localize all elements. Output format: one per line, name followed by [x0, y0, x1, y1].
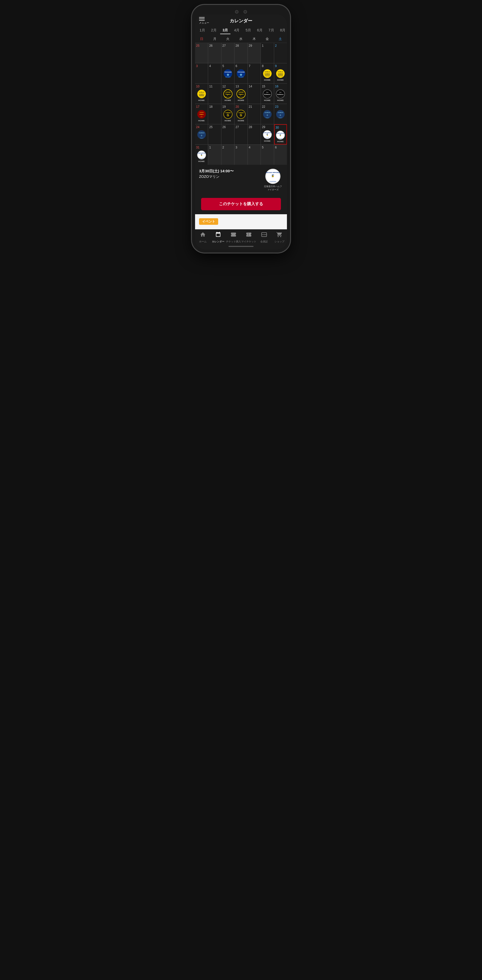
cal-day-9[interactable]: 9 SoftBank HAWKS FUKUOKA HOME — [274, 63, 287, 83]
cal-day-3-next[interactable]: 3 — [235, 145, 247, 165]
svg-text:FIGHTERS: FIGHTERS — [270, 181, 276, 182]
buy-ticket-button[interactable]: このチケットを購入する — [201, 198, 281, 210]
month-tab-apr[interactable]: 4月 — [231, 27, 242, 34]
svg-text:オリックス: オリックス — [265, 96, 270, 97]
cal-day-28-prev[interactable]: 28 — [235, 43, 247, 63]
cal-day-17[interactable]: 17 TOHOKU Eagles 楽天 HOME — [195, 104, 208, 124]
cal-day-18[interactable]: 18 — [208, 104, 221, 124]
cal-day-25-prev[interactable]: 25 — [195, 43, 208, 63]
month-tab-jan[interactable]: 1月 — [197, 27, 208, 34]
nav-calendar[interactable]: カレンダー — [210, 232, 226, 243]
svg-text:BAYSTARS: BAYSTARS — [238, 76, 244, 78]
cal-day-25[interactable]: 25 — [208, 124, 221, 145]
cal-day-2[interactable]: 2 — [274, 43, 287, 63]
opponent-team: HOKKAIDO NIPPONHAM F FIGHTERS 北海道日本ハムファイ… — [263, 169, 283, 191]
cal-day-29-prev[interactable]: 29 — [248, 43, 261, 63]
member-card-icon: TEAM26 — [261, 232, 267, 239]
svg-text:Orix: Orix — [279, 92, 282, 93]
cal-day-20[interactable]: 20 YOMIURI G HOME — [235, 104, 247, 124]
svg-rect-16 — [278, 75, 283, 75]
opponent-name: 北海道日本ハムファイターズ — [263, 185, 283, 191]
logo-fighters-29: HOKKAIDO NIPPONHAM F FIGHTERS — [263, 130, 272, 139]
svg-text:D: D — [280, 114, 281, 116]
month-tab-may[interactable]: 5月 — [243, 27, 254, 34]
cal-day-27-prev[interactable]: 27 — [221, 43, 234, 63]
cal-day-30[interactable]: 30 HOKKAIDO NIPPONHAM F FIGHTERS HOME — [274, 124, 287, 145]
logo-giants-20: YOMIURI G — [236, 110, 246, 119]
svg-text:Buffaloes: Buffaloes — [264, 94, 270, 95]
ticket-icon — [230, 232, 236, 239]
cal-day-14[interactable]: 14 — [248, 84, 261, 104]
cal-day-3[interactable]: 3 — [195, 63, 208, 83]
cal-day-6-next[interactable]: 6 — [274, 145, 287, 165]
dow-sun: 日 — [195, 35, 208, 43]
cal-day-19[interactable]: 19 YOMIURI G HOME — [221, 104, 234, 124]
logo-softbank-8: SoftBank HAWKS FUKUOKA — [263, 69, 272, 78]
cal-day-24[interactable]: 24 CHUNICHI D Dragons — [195, 124, 208, 145]
logo-buffaloes-15: Orix Buffaloes オリックス — [263, 89, 272, 99]
cal-day-1-next[interactable]: 1 — [208, 145, 221, 165]
svg-text:D: D — [266, 114, 268, 116]
cal-day-8[interactable]: 8 SoftBank HAWKS FUKUOKA HOME — [261, 63, 274, 83]
cal-day-11[interactable]: 11 — [208, 84, 221, 104]
svg-text:FUKUOKA: FUKUOKA — [265, 76, 270, 77]
svg-text:FIGHTERS: FIGHTERS — [279, 138, 282, 139]
cal-day-23[interactable]: 23 CHUNICHI D Dragons — [274, 104, 287, 124]
dow-thu: 木 — [247, 35, 261, 43]
cal-day-29[interactable]: 29 HOKKAIDO NIPPONHAM F FIGHTERS HOME — [261, 124, 274, 145]
cal-day-15[interactable]: 15 Orix Buffaloes オリックス HOME — [261, 84, 274, 104]
svg-text:HAWKS: HAWKS — [277, 73, 283, 75]
svg-rect-21 — [199, 95, 204, 96]
cal-day-5-next[interactable]: 5 — [261, 145, 274, 165]
nav-shop[interactable]: ショップ — [272, 232, 287, 243]
month-tab-feb[interactable]: 2月 — [209, 27, 219, 34]
nav-ticket-buy-label: チケット購入 — [226, 240, 241, 243]
nav-my-ticket[interactable]: マイチケット — [241, 232, 256, 243]
cal-day-2-next[interactable]: 2 — [221, 145, 234, 165]
menu-button[interactable]: メニュー — [199, 17, 209, 25]
app-header: メニュー カレンダー — [195, 14, 287, 26]
cal-day-26-prev[interactable]: 26 — [208, 43, 221, 63]
cal-day-10[interactable]: 10 SoftBank HAWKS FUKUOKA HOME — [195, 84, 208, 104]
logo-buffaloes-16: Orix Buffaloes オリックス — [276, 89, 285, 99]
cal-day-28[interactable]: 28 — [248, 124, 261, 145]
cal-day-16[interactable]: 16 Orix Buffaloes オリックス HOME — [274, 84, 287, 104]
cal-day-6[interactable]: 6 YOKOHAMA BAYSTARS — [235, 63, 247, 83]
month-tab-mar[interactable]: 3月 — [220, 27, 231, 34]
cal-day-4[interactable]: 4 — [208, 63, 221, 83]
cal-day-13[interactable]: 13 HANSHIN Tigers 阪神タイガース HOME — [235, 84, 247, 104]
nav-shop-label: ショップ — [274, 240, 284, 243]
notch-dot-right — [244, 10, 247, 14]
svg-text:YOKOHAMA: YOKOHAMA — [224, 71, 232, 73]
svg-text:FIGHTERS: FIGHTERS — [265, 138, 269, 138]
nav-home[interactable]: ホーム — [195, 232, 210, 243]
cal-day-27[interactable]: 27 — [235, 124, 247, 145]
cal-day-7[interactable]: 7 — [248, 63, 261, 83]
cal-day-1[interactable]: 1 — [261, 43, 274, 63]
month-tab-aug[interactable]: 8月 — [277, 27, 287, 34]
svg-text:Tigers: Tigers — [238, 94, 244, 95]
home-indicator-bar — [228, 246, 254, 247]
cal-day-22[interactable]: 22 CHUNICHI D Dragons — [261, 104, 274, 124]
dow-wed: 水 — [235, 35, 247, 43]
cal-day-31[interactable]: 31 HOKKAIDO NIPPONHAM F FIGHTERS HOME — [195, 145, 208, 165]
svg-text:阪神タイガース: 阪神タイガース — [238, 96, 244, 97]
month-tabs: 1月 2月 3月 4月 5月 6月 7月 8月 9月 10月 — [195, 26, 287, 35]
logo-baystars-5: YOKOHAMA BAYSTARS — [223, 69, 233, 78]
month-tab-jul[interactable]: 7月 — [266, 27, 277, 34]
svg-text:SoftBank: SoftBank — [265, 71, 270, 73]
cal-day-5[interactable]: 5 YOKOHAMA BAYSTARS — [221, 63, 234, 83]
nav-member-card[interactable]: TEAM26 会員証 — [256, 232, 272, 243]
svg-text:CHUNICHI: CHUNICHI — [199, 132, 205, 134]
svg-text:Dragons: Dragons — [200, 138, 203, 138]
cal-day-21[interactable]: 21 — [248, 104, 261, 124]
svg-rect-11 — [265, 75, 270, 75]
cal-day-12[interactable]: 12 HANSHIN Tigers 阪神タイガース HOME — [221, 84, 234, 104]
nav-ticket-buy[interactable]: チケット購入 — [226, 232, 241, 243]
svg-text:YOKOHAMA: YOKOHAMA — [237, 71, 245, 73]
cal-day-4-next[interactable]: 4 — [248, 145, 261, 165]
home-icon — [200, 232, 206, 239]
svg-text:SoftBank: SoftBank — [199, 91, 205, 93]
cal-day-26[interactable]: 26 — [221, 124, 234, 145]
month-tab-jun[interactable]: 6月 — [255, 27, 265, 34]
